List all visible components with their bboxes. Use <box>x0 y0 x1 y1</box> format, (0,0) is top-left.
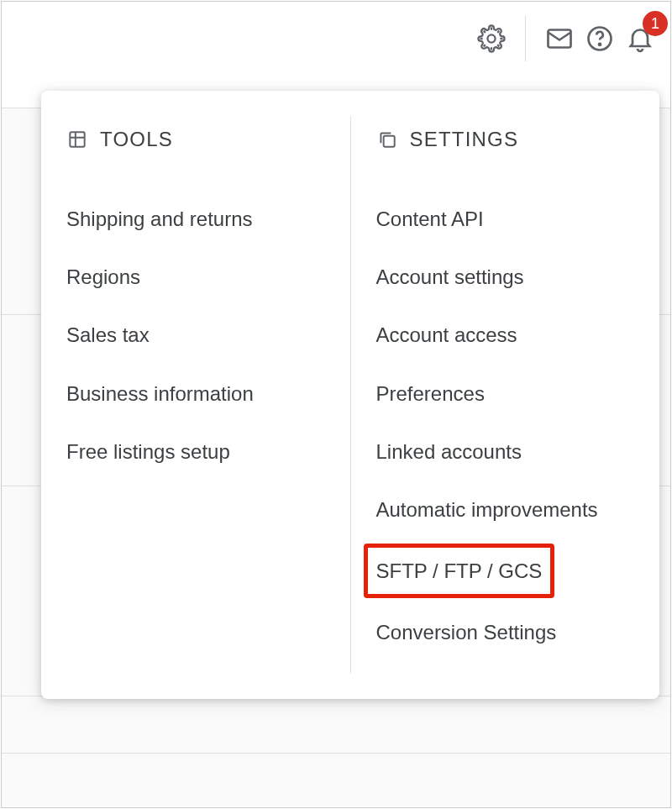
settings-dropdown: TOOLS Shipping and returnsRegionsSales t… <box>41 91 659 699</box>
notifications-icon[interactable]: 1 <box>622 20 659 57</box>
settings-header: SETTINGS <box>376 128 635 151</box>
settings-stack-icon <box>376 129 398 150</box>
gear-icon[interactable] <box>473 20 510 57</box>
tools-item-shipping-and-returns[interactable]: Shipping and returns <box>66 190 325 248</box>
tools-icon <box>66 129 88 150</box>
settings-item-preferences[interactable]: Preferences <box>376 365 635 423</box>
tools-item-regions[interactable]: Regions <box>66 248 325 306</box>
settings-item-content-api[interactable]: Content API <box>376 190 635 248</box>
notification-badge: 1 <box>643 11 668 36</box>
tools-item-free-listings-setup[interactable]: Free listings setup <box>66 423 325 481</box>
tools-header: TOOLS <box>66 128 325 151</box>
settings-column: SETTINGS Content APIAccount settingsAcco… <box>351 116 660 674</box>
settings-item-sftp-ftp-gcs[interactable]: SFTP / FTP / GCS <box>364 544 555 598</box>
settings-item-automatic-improvements[interactable]: Automatic improvements <box>376 481 635 538</box>
svg-point-3 <box>599 44 601 45</box>
tools-item-business-information[interactable]: Business information <box>66 365 325 423</box>
settings-header-label: SETTINGS <box>410 128 519 151</box>
settings-item-linked-accounts[interactable]: Linked accounts <box>376 423 635 481</box>
svg-rect-4 <box>70 132 84 146</box>
settings-item-account-settings[interactable]: Account settings <box>376 248 635 306</box>
tools-column: TOOLS Shipping and returnsRegionsSales t… <box>41 116 351 674</box>
mail-icon[interactable] <box>541 20 578 57</box>
help-icon[interactable] <box>581 20 618 57</box>
settings-item-account-access[interactable]: Account access <box>376 306 635 364</box>
app-window: 1 TOOLS Shipping and returnsRegionsSales… <box>1 1 671 808</box>
settings-item-conversion-settings[interactable]: Conversion Settings <box>376 603 635 661</box>
tools-item-sales-tax[interactable]: Sales tax <box>66 306 325 364</box>
toolbar-divider <box>525 16 526 61</box>
svg-rect-5 <box>383 136 394 147</box>
top-toolbar: 1 <box>2 2 670 76</box>
svg-point-0 <box>487 34 495 42</box>
tools-header-label: TOOLS <box>100 128 173 151</box>
